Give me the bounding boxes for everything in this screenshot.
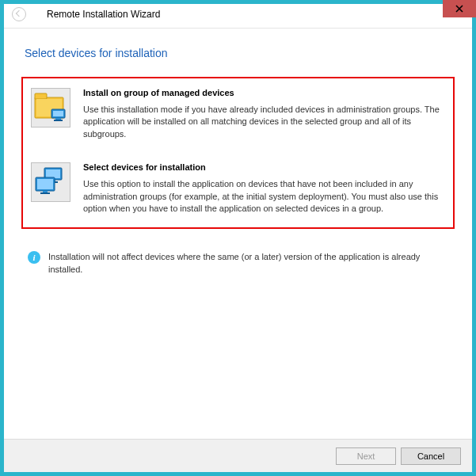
svg-rect-6 xyxy=(54,120,63,121)
page-title: Select devices for installation xyxy=(21,47,455,59)
info-row: i Installation will not affect devices w… xyxy=(21,251,455,276)
close-icon xyxy=(455,5,463,13)
option-title: Select devices for installation xyxy=(83,162,445,172)
titlebar: Remote Installation Wizard xyxy=(4,4,472,25)
option-desc: Use this option to install the applicati… xyxy=(83,178,445,215)
svg-rect-12 xyxy=(37,179,53,189)
cancel-button[interactable]: Cancel xyxy=(401,447,461,465)
footer: Next Cancel xyxy=(4,439,472,472)
option-desc: Use this installation mode if you have a… xyxy=(83,104,445,140)
svg-rect-8 xyxy=(46,169,60,178)
window-frame: Remote Installation Wizard Select device… xyxy=(0,0,476,476)
svg-rect-14 xyxy=(40,192,50,194)
window-title: Remote Installation Wizard xyxy=(47,9,160,20)
next-button: Next xyxy=(336,447,396,465)
options-group: Install on group of managed devices Use … xyxy=(21,77,455,229)
info-icon: i xyxy=(28,251,40,264)
option-text: Install on group of managed devices Use … xyxy=(83,88,445,140)
devices-icon xyxy=(31,162,70,202)
svg-rect-13 xyxy=(43,191,48,192)
svg-rect-5 xyxy=(55,118,61,120)
content-area: Select devices for installation Inst xyxy=(4,29,472,439)
option-install-group[interactable]: Install on group of managed devices Use … xyxy=(31,88,445,140)
header-divider xyxy=(4,28,472,29)
svg-rect-1 xyxy=(35,93,47,99)
option-text: Select devices for installation Use this… xyxy=(83,162,445,215)
svg-rect-4 xyxy=(53,111,63,116)
back-button[interactable] xyxy=(12,7,26,21)
close-button[interactable] xyxy=(443,0,476,17)
option-title: Install on group of managed devices xyxy=(83,88,445,97)
option-select-devices[interactable]: Select devices for installation Use this… xyxy=(31,162,445,215)
folder-group-icon xyxy=(31,88,70,128)
info-text: Installation will not affect devices whe… xyxy=(48,251,448,276)
